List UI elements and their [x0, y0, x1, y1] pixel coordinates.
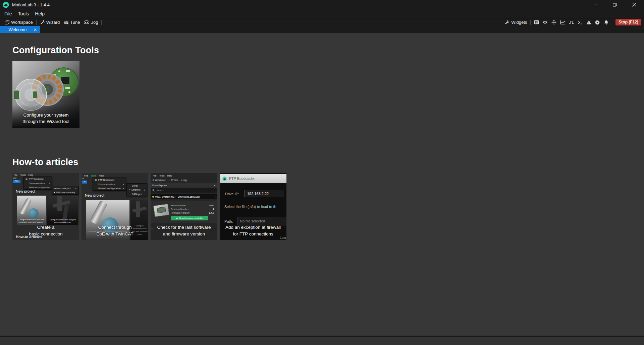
howto-cards-row: File Tools Help ⧉W We ▦FTP Bootloader Co…: [12, 173, 644, 240]
wizard-wand-icon: [40, 20, 45, 24]
restore-button[interactable]: [605, 0, 625, 9]
card4-caption-line1: Add an exception at firewall: [220, 224, 286, 231]
toolbar-divider: [101, 20, 102, 25]
table-icon[interactable]: [532, 19, 541, 26]
wrench-icon: [505, 20, 509, 24]
welcome-page: Configuration Tools: [0, 33, 644, 336]
howto-card-firmware-check[interactable]: File Tools Help ⧉ Workspace | ☰ Tune ⚭ J…: [151, 173, 217, 240]
tab-welcome[interactable]: Welcome ✕: [0, 26, 40, 33]
menu-file[interactable]: File: [1, 10, 15, 17]
mini-status-dot: [152, 196, 154, 198]
warning-icon[interactable]: [584, 19, 593, 26]
wizard-card-caption-line2: through the Wizard tool: [12, 118, 79, 125]
mini-ftp-bootloader-title: FTP Bootloader: [229, 177, 255, 181]
mini-item-add-slave: Add slave manually: [56, 191, 75, 194]
card2-caption-line1: Connect through: [82, 224, 148, 231]
mini-device-name: Everest NET - Drive (192.168.2.22): [162, 196, 200, 198]
card4-caption-line2: for FTP connections: [220, 231, 286, 237]
gear-icon[interactable]: [593, 19, 602, 26]
workspace-windows-icon: [5, 20, 9, 24]
toolbar-divider: [530, 20, 531, 25]
mini-device-id: 0x01: [155, 196, 161, 198]
mini-menu-tools-active: Tools: [91, 175, 96, 177]
workspace-label: Workspace: [11, 20, 33, 25]
mini-toolbar-jog: Jog: [183, 179, 186, 181]
mini-item-ethernet: Ethernet: [131, 189, 140, 191]
jog-gamepad-icon: [84, 20, 89, 24]
mini-menu-help: Help: [29, 174, 33, 176]
mini-item-network-adapters: Network adapters: [54, 187, 71, 190]
mini-item-communications: Communications: [98, 183, 115, 186]
mini-item-network-configuration: Network configuration: [98, 187, 121, 190]
mini-motionlab-logo-icon: [222, 177, 227, 181]
menu-help[interactable]: Help: [32, 10, 48, 17]
mini-item-network-configuration: Network configuration: [29, 186, 50, 189]
mini-drive-ip-label: Drive IP:: [225, 192, 239, 196]
mini-item-canopen: CANopen: [132, 193, 142, 195]
workspace-button[interactable]: Workspace: [3, 19, 35, 26]
mini-search-placeholder: Search: [157, 189, 164, 192]
mini-subcard2-caption: Configure exoskeleton axis joint with br…: [48, 219, 77, 224]
mini-menu-tools: Tools: [20, 174, 25, 176]
wizard-button[interactable]: Wizard: [38, 19, 62, 26]
mini-toolbar-tune: Tune: [173, 179, 178, 181]
mini-new-firmware-button: ☁ New firmware available: [171, 216, 208, 220]
mini-drive-image: [153, 204, 169, 217]
jog-label: Jog: [91, 20, 98, 25]
mini-drive-explorer-title: Drive Explorer: [152, 184, 167, 187]
mini-revision-label: Revision Number:: [171, 207, 190, 211]
card3-caption-line2: and firmware version: [151, 231, 217, 237]
mini-menu-tools: Tools: [159, 175, 164, 177]
terminal-icon[interactable]: [576, 19, 584, 26]
menu-bar: File Tools Help: [0, 9, 644, 18]
tune-label: Tune: [70, 20, 80, 25]
mini-menu-file: File: [153, 175, 156, 177]
mini-item-serial: Serial: [132, 185, 138, 187]
mini-path-label: Path:: [224, 219, 233, 223]
wizard-label: Wizard: [46, 20, 60, 25]
mini-menu-help: Help: [167, 175, 172, 177]
mini-item-communications: Communications: [29, 182, 45, 185]
card3-caption-line1: Check for the last software: [151, 224, 217, 231]
close-button[interactable]: [625, 0, 644, 9]
wizard-card-caption-line1: Configure your system: [12, 112, 79, 119]
mini-panel-close-icon: ✕: [214, 184, 216, 187]
mini-subcard1-caption: Configure robotic axis joint with brushl…: [17, 219, 45, 224]
mini-select-file-text: Select the file (.sfu) to load to th: [224, 205, 286, 209]
mini-serial-value: 4660: [209, 204, 214, 207]
howto-card-eoe-twincat[interactable]: File Tools Help ⧉ W ▦FTP Bootloader Comm…: [82, 173, 148, 240]
status-bar: [0, 337, 644, 345]
mini-firmware-value: 1.4.2: [209, 211, 214, 215]
mini-firmware-label: Firmware Version:: [171, 211, 190, 215]
bell-icon[interactable]: [602, 19, 610, 26]
card1-caption-line1: Create a: [12, 224, 79, 231]
mini-welcome-tab: We: [13, 180, 20, 183]
eye-icon[interactable]: [541, 19, 549, 26]
howto-card-basic-connection[interactable]: File Tools Help ⧉W We ▦FTP Bootloader Co…: [12, 173, 79, 240]
mini-revision-value: 4: [209, 207, 214, 211]
tab-bar: Welcome ✕: [0, 26, 644, 33]
howto-card-ftp-firewall[interactable]: FTP Bootloader Drive IP: 192.168.2.22 Se…: [220, 173, 286, 240]
mini-item-ftp-bootloader: FTP Bootloader: [98, 179, 115, 181]
square-wave-icon[interactable]: [567, 19, 576, 26]
mini-toolbar-workspace: Workspace: [155, 179, 165, 181]
widgets-button[interactable]: Widgets: [503, 19, 529, 26]
tune-sliders-icon: [64, 20, 68, 24]
howto-articles-title: How-to articles: [12, 157, 644, 167]
wizard-tool-card[interactable]: Configure your system through the Wizard…: [12, 61, 79, 128]
toolbar-divider: [36, 20, 37, 25]
tab-welcome-label: Welcome: [3, 27, 32, 32]
card2-caption-line2: EoE with TwinCAT: [82, 231, 148, 237]
minimize-button[interactable]: [586, 0, 605, 9]
mini-drive-ip-input: 192.168.2.22: [245, 190, 284, 197]
stop-button[interactable]: Stop (F12): [615, 19, 641, 25]
mini-new-project-heading: New project: [16, 189, 35, 193]
tab-close-icon[interactable]: ✕: [34, 27, 37, 32]
jog-button[interactable]: Jog: [82, 19, 100, 26]
move-icon[interactable]: [549, 19, 558, 26]
trend-chart-icon[interactable]: [558, 19, 567, 26]
motionlab-app-window: MotionLab 3 - 1.4.4 File Tools Help: [0, 0, 644, 345]
menu-tools[interactable]: Tools: [15, 10, 32, 17]
tune-button[interactable]: Tune: [62, 19, 82, 26]
mini-checkmark-icon: ✓: [128, 189, 130, 191]
